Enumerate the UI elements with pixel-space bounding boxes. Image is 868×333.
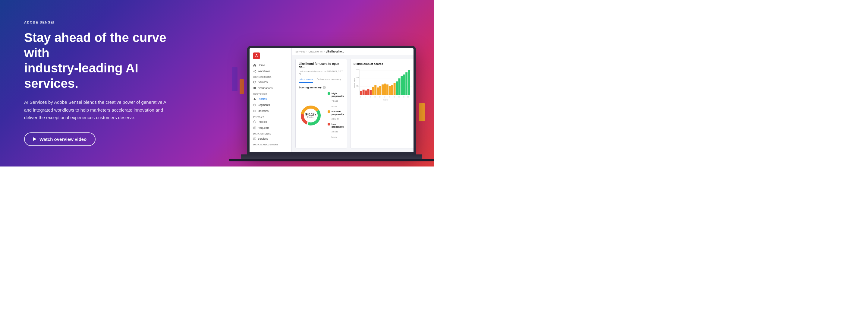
sidebar-item-segments[interactable]: Segments [250, 102, 291, 108]
svg-text:70: 70 [394, 96, 395, 98]
hero-title: Stay ahead of the curve with industry-le… [24, 30, 193, 91]
laptop-base-bottom [229, 159, 434, 161]
tab-latest-scores[interactable]: Latest scores [299, 78, 313, 83]
svg-rect-41 [401, 76, 403, 95]
content-panels: Likelihood for users to open an... Last … [292, 55, 413, 152]
svg-text:0: 0 [360, 96, 361, 98]
svg-text:60: 60 [389, 96, 390, 98]
panel-subtitle: Last successfully scored on 9/10/2021, 3… [299, 70, 344, 76]
scoring-summary-title: Scoring summary i [299, 86, 344, 89]
sidebar-item-identities[interactable]: Identities [250, 108, 291, 114]
svg-rect-10 [253, 138, 256, 140]
svg-rect-36 [389, 86, 391, 95]
medium-dot [328, 110, 330, 113]
svg-rect-30 [374, 85, 376, 95]
svg-text:Scores: Scores [383, 99, 388, 101]
svg-rect-43 [405, 73, 407, 95]
sidebar-item-destinations[interactable]: Destinations [250, 85, 291, 91]
svg-rect-33 [381, 84, 384, 95]
section-privacy: PRIVACY [250, 114, 291, 119]
info-icon: i [323, 86, 326, 89]
main-content: Services › Customer AI › Likelihood fo..… [292, 48, 413, 152]
app-sidebar: A Home Workflows CONNECTIONS [250, 48, 292, 152]
tab-performance-summary[interactable]: Performance summary [317, 78, 341, 83]
svg-rect-31 [377, 87, 379, 95]
svg-text:50k: 50k [356, 85, 359, 87]
svg-rect-7 [253, 110, 256, 112]
legend-high: High propensity 75 and above [328, 92, 344, 108]
svg-rect-37 [391, 85, 393, 95]
svg-text:40: 40 [379, 96, 381, 98]
sidebar-item-profiles[interactable]: Profiles [250, 96, 291, 102]
sidebar-item-requests[interactable]: Requests [250, 125, 291, 131]
svg-rect-32 [379, 86, 381, 95]
laptop-mockup: A Home Workflows CONNECTIONS [229, 37, 434, 167]
distribution-panel: Distribution of scores 150k [350, 59, 413, 148]
sidebar-item-services[interactable]: Services [250, 136, 291, 142]
scoring-content: 940.17k Profiles [299, 92, 344, 139]
svg-point-0 [253, 71, 254, 72]
brand-label: ADOBE SENSEI [24, 21, 193, 24]
svg-line-3 [254, 71, 255, 71]
svg-text:90: 90 [403, 96, 404, 98]
svg-rect-44 [408, 70, 410, 95]
svg-rect-39 [396, 81, 398, 95]
svg-rect-28 [370, 90, 372, 95]
legend-low: Low propensity 24 and below [328, 123, 344, 139]
svg-point-1 [255, 70, 256, 71]
panel-title: Likelihood for users to open an... [299, 62, 344, 69]
svg-rect-29 [372, 87, 374, 95]
sidebar-item-home[interactable]: Home [250, 62, 291, 68]
svg-rect-35 [386, 84, 389, 95]
svg-text:30: 30 [374, 96, 376, 98]
svg-rect-34 [384, 84, 386, 95]
high-dot [328, 92, 330, 95]
hero-section: ADOBE SENSEI Stay ahead of the curve wit… [0, 0, 434, 167]
donut-center: 940.17k Profiles [305, 113, 316, 118]
svg-rect-26 [365, 90, 367, 95]
sidebar-item-workflows[interactable]: Workflows [250, 68, 291, 74]
donut-chart: 940.17k Profiles [299, 104, 323, 128]
sidebar-item-sources[interactable]: Sources [250, 79, 291, 85]
section-data-management: DATA MANAGEMENT [250, 142, 291, 146]
breadcrumb: Services › Customer AI › Likelihood fo..… [292, 48, 413, 55]
bar-chart: 150k 100k 50k 0 [353, 68, 413, 101]
svg-text:80: 80 [398, 96, 400, 98]
svg-text:20: 20 [370, 96, 371, 98]
svg-point-11 [254, 138, 255, 139]
low-dot [328, 123, 330, 126]
svg-text:Count of profiles: Count of profiles [354, 78, 355, 88]
svg-text:0: 0 [358, 94, 359, 95]
svg-rect-24 [360, 91, 362, 95]
svg-point-5 [254, 98, 255, 99]
section-customer: CUSTOMER [250, 91, 291, 96]
play-icon [33, 137, 36, 141]
svg-text:10: 10 [365, 96, 367, 98]
svg-text:150k: 150k [355, 69, 359, 71]
scoring-panel: Likelihood for users to open an... Last … [296, 59, 347, 148]
svg-point-2 [255, 72, 256, 73]
tab-bar: Latest scores Performance summary [299, 78, 344, 83]
chart-legend: High propensity 75 and above Medium prop… [328, 92, 344, 139]
right-content: A Home Workflows CONNECTIONS [217, 0, 434, 167]
sidebar-item-policies[interactable]: Policies [250, 119, 291, 125]
svg-rect-42 [403, 75, 405, 95]
svg-line-4 [254, 71, 255, 72]
svg-text:100k: 100k [355, 77, 359, 78]
legend-medium: Medium propensity 25 to 74 [328, 110, 344, 121]
left-content: ADOBE SENSEI Stay ahead of the curve wit… [0, 2, 217, 164]
svg-rect-38 [394, 83, 396, 95]
section-connections: CONNECTIONS [250, 74, 291, 79]
svg-text:100: 100 [407, 96, 409, 98]
section-data-science: DATA SCIENCE [250, 131, 291, 136]
svg-rect-40 [398, 78, 400, 95]
chart-title: Distribution of scores [353, 62, 413, 65]
watch-overview-button[interactable]: Watch overview video [24, 132, 96, 146]
app-logo: A [253, 53, 260, 59]
svg-point-8 [254, 111, 255, 111]
svg-text:50: 50 [384, 96, 385, 98]
svg-rect-25 [363, 90, 365, 95]
svg-rect-27 [367, 89, 369, 95]
hero-description: AI Services by Adobe Sensei blends the c… [24, 98, 175, 121]
laptop-screen: A Home Workflows CONNECTIONS [247, 46, 416, 155]
